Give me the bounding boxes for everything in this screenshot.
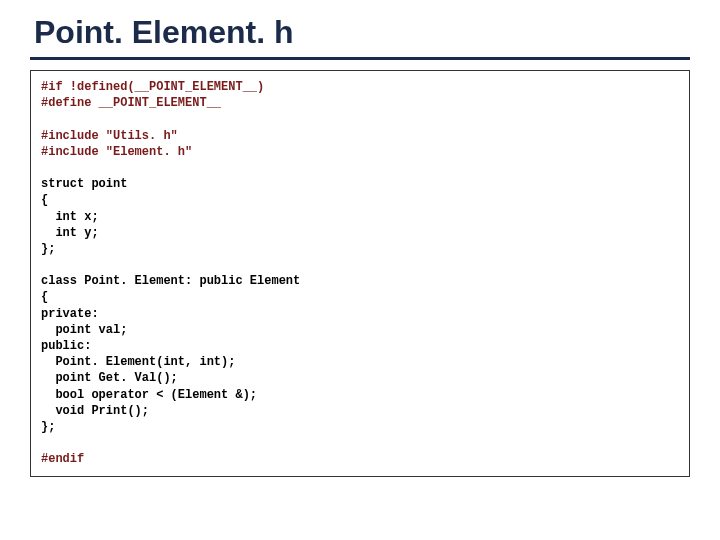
code-line: { (41, 290, 48, 304)
code-line: #include "Element. h" (41, 145, 192, 159)
code-line: void Print(); (41, 404, 149, 418)
slide: Point. Element. h #if !defined(__POINT_E… (0, 0, 720, 540)
code-line: #define __POINT_ELEMENT__ (41, 96, 221, 110)
code-line: int x; (41, 210, 99, 224)
code-line: int y; (41, 226, 99, 240)
code-line: { (41, 193, 48, 207)
code-line: #if !defined(__POINT_ELEMENT__) (41, 80, 264, 94)
code-line: public: (41, 339, 91, 353)
code-line: }; (41, 420, 55, 434)
code-line: point val; (41, 323, 127, 337)
code-line: #endif (41, 452, 84, 466)
code-box: #if !defined(__POINT_ELEMENT__) #define … (30, 70, 690, 477)
code-line: #include "Utils. h" (41, 129, 178, 143)
code-line: class Point. Element: public Element (41, 274, 300, 288)
code-line: }; (41, 242, 55, 256)
code-line: private: (41, 307, 99, 321)
code-line: point Get. Val(); (41, 371, 178, 385)
code-line: Point. Element(int, int); (41, 355, 235, 369)
code-line: struct point (41, 177, 127, 191)
code-line: bool operator < (Element &); (41, 388, 257, 402)
slide-title: Point. Element. h (30, 10, 690, 60)
